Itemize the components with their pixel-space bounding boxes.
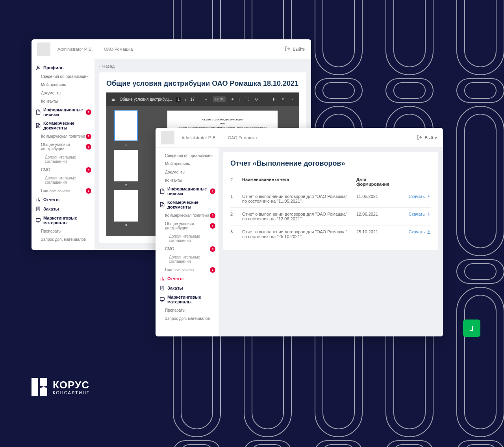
user-name[interactable]: Administrator Р. В. <box>57 47 93 52</box>
table-row: 3Отчет о выполнении договоров для "ОАО Р… <box>230 225 431 243</box>
sidebar-item-reports[interactable]: Отчеты <box>32 195 94 204</box>
sidebar-item-gen-conditions[interactable]: Общие условия дистрибуции1 <box>32 140 94 153</box>
zoom-out-icon[interactable]: − <box>204 96 209 102</box>
sidebar-item-reports[interactable]: Отчеты <box>156 274 219 283</box>
pdf-zoom[interactable]: 66 % <box>213 96 226 102</box>
sidebar-item-orders[interactable]: Заказы <box>156 283 219 293</box>
logo-placeholder <box>161 131 174 144</box>
sidebar-item-add-agreements[interactable]: Дополнительные соглашения <box>156 232 219 245</box>
sidebar-item-info-letters[interactable]: Информационные письма1 <box>32 105 94 119</box>
pdf-thumb-3[interactable] <box>114 190 138 222</box>
brand-subtitle: КОНСАЛТИНГ <box>53 390 90 395</box>
user-name[interactable]: Administrator Р. В. <box>182 135 217 140</box>
sidebar-item-add-agreements[interactable]: Дополнительные соглашения <box>32 153 94 166</box>
chat-widget-button[interactable]: ɹ <box>463 320 480 337</box>
sidebar-item-add-agreements-2[interactable]: Дополнительные соглашения <box>32 174 94 187</box>
badge: 1 <box>86 109 91 115</box>
sidebar-item-request-materials[interactable]: Запрос доп. материалов <box>156 314 219 323</box>
org-name[interactable]: ОАО Ромашка <box>228 135 257 140</box>
pdf-page-total: 17 <box>190 97 195 102</box>
sidebar-item-contacts[interactable]: Контакты <box>156 176 219 185</box>
main-content: Отчет «Выполнение договоров» # Наименова… <box>219 148 443 336</box>
svg-rect-5 <box>36 218 41 221</box>
sidebar-item-documents[interactable]: Документы <box>32 89 94 97</box>
badge: 2 <box>210 213 215 218</box>
chart-icon <box>35 197 41 202</box>
sidebar-item-comm-policy[interactable]: Коммерческая политика2 <box>156 211 219 220</box>
sidebar-item-smo[interactable]: СМО4 <box>32 166 94 174</box>
logout-icon <box>417 135 422 141</box>
rotate-icon[interactable]: ↻ <box>254 96 259 102</box>
sidebar-item-org-info[interactable]: Сведения об организации <box>32 72 94 81</box>
topbar: Administrator Р. В. ОАО Ромашка Выйти <box>156 128 443 148</box>
sidebar: Сведения об организации Мой профиль Доку… <box>156 148 219 336</box>
svg-rect-8 <box>32 378 38 396</box>
download-link[interactable]: Скачать <box>400 212 431 216</box>
print-icon[interactable]: ⎙ <box>280 96 286 102</box>
badge: 4 <box>210 246 215 252</box>
chat-icon: ɹ <box>470 323 474 333</box>
pdf-toolbar: ☰ Общие условия дистрибуц... 1 / 17 | − … <box>106 92 299 106</box>
sidebar-item-marketing[interactable]: Маркетинговые материалы <box>32 214 94 227</box>
logout-icon <box>285 46 290 52</box>
more-icon[interactable]: ⋮ <box>290 96 295 102</box>
badge: 2 <box>86 134 91 139</box>
download-link[interactable]: Скачать <box>400 194 431 199</box>
back-link[interactable]: ‹Назад <box>99 64 306 68</box>
sidebar: Профиль Сведения об организации Мой проф… <box>32 59 94 250</box>
sidebar-item-preparations[interactable]: Препараты <box>156 306 219 314</box>
brand-name: КОРУС <box>53 379 90 391</box>
presentation-icon <box>35 218 41 223</box>
logout-button[interactable]: Выйти <box>285 46 306 52</box>
org-name[interactable]: ОАО Ромашка <box>104 47 133 52</box>
sidebar-item-org-info[interactable]: Сведения об организации <box>156 151 219 160</box>
badge: 1 <box>86 188 91 194</box>
badge: 1 <box>86 144 91 150</box>
sidebar-item-my-profile[interactable]: Мой профиль <box>32 81 94 89</box>
zoom-in-icon[interactable]: + <box>230 96 235 102</box>
sidebar-item-info-letters[interactable]: Информационные письма1 <box>156 185 219 198</box>
pdf-page-current: 1 <box>176 97 182 102</box>
logo-placeholder <box>37 42 50 56</box>
sidebar-item-my-profile[interactable]: Мой профиль <box>156 160 219 168</box>
sidebar-item-add-agreements-2[interactable]: Дополнительные соглашения <box>156 253 219 266</box>
menu-icon[interactable]: ☰ <box>110 96 116 102</box>
reports-table: # Наименование отчета Дата формирования … <box>230 174 431 243</box>
pdf-thumb-2[interactable] <box>114 150 138 181</box>
file-icon <box>159 188 165 194</box>
sidebar-item-comm-docs[interactable]: Коммерческие документы <box>156 198 219 211</box>
sidebar-item-marketing[interactable]: Маркетинговые материалы <box>156 293 219 306</box>
window-reports: Administrator Р. В. ОАО Ромашка Выйти Св… <box>156 128 443 336</box>
sidebar-item-documents[interactable]: Документы <box>156 168 219 176</box>
user-icon <box>35 65 41 70</box>
sidebar-item-profile[interactable]: Профиль <box>32 63 94 72</box>
sidebar-item-gen-conditions[interactable]: Общие условия дистрибуции1 <box>156 220 219 232</box>
sidebar-item-comm-policy[interactable]: Коммерческая политика2 <box>32 132 94 140</box>
pdf-thumb-1[interactable] <box>114 110 138 141</box>
sidebar-item-orders[interactable]: Заказы <box>32 204 94 214</box>
sidebar-item-yearly-orders[interactable]: Годовые заказы1 <box>32 187 94 195</box>
badge: 1 <box>210 223 215 229</box>
sidebar-item-request-materials[interactable]: Запрос доп. материалов <box>32 235 94 244</box>
badge: 4 <box>86 167 91 173</box>
sidebar-item-comm-docs[interactable]: Коммерческие документы <box>32 119 94 132</box>
clipboard-icon <box>159 285 165 291</box>
sidebar-item-contacts[interactable]: Контакты <box>32 97 94 105</box>
sidebar-item-yearly-orders[interactable]: Годовые заказы1 <box>156 266 219 274</box>
topbar: Administrator Р. В. ОАО Ромашка Выйти <box>32 39 311 59</box>
table-header: # Наименование отчета Дата формирования <box>230 174 431 190</box>
badge: 1 <box>210 267 215 273</box>
file-icon <box>35 123 41 128</box>
logout-button[interactable]: Выйти <box>417 135 437 141</box>
sidebar-item-preparations[interactable]: Препараты <box>32 227 94 235</box>
download-icon[interactable]: ⬇ <box>271 96 276 102</box>
brand-logo: КОРУС КОНСАЛТИНГ <box>32 378 90 396</box>
badge: 1 <box>210 188 215 194</box>
download-link[interactable]: Скачать <box>400 229 431 234</box>
svg-point-3 <box>37 66 39 68</box>
page-title: Отчет «Выполнение договоров» <box>230 159 431 168</box>
chart-icon <box>159 276 165 281</box>
table-row: 2Отчет о выполнении договоров для "ОАО Р… <box>230 208 431 225</box>
fit-page-icon[interactable]: ⛶ <box>244 96 250 102</box>
sidebar-item-smo[interactable]: СМО4 <box>156 245 219 253</box>
